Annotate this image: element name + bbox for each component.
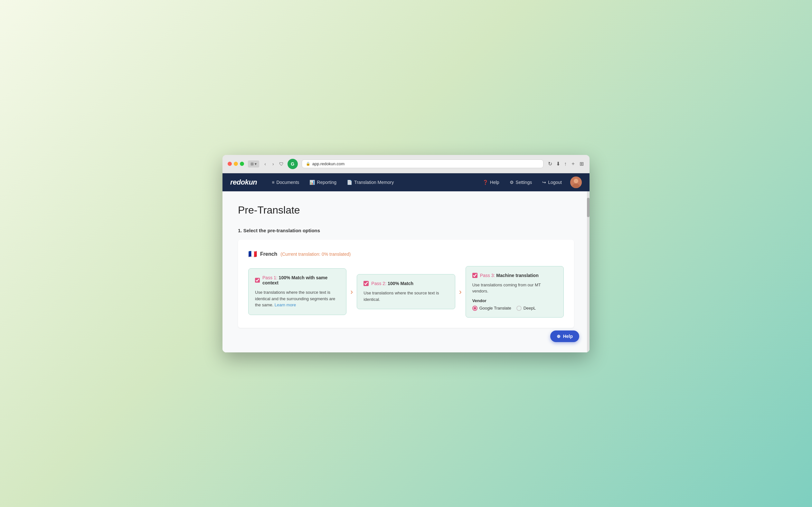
vendor-deepl-label: DeepL bbox=[523, 306, 536, 311]
nav-item-translation-memory[interactable]: 📄 Translation Memory bbox=[342, 177, 398, 187]
page-content: Pre-Translate 1. Select the pre-translat… bbox=[223, 191, 589, 352]
vendor-google-radio[interactable] bbox=[472, 306, 478, 311]
section-header: 1. Select the pre-translation options bbox=[238, 228, 574, 233]
pass-3-title: Pass 3: Machine translation bbox=[480, 273, 539, 278]
passes-grid: Pass 1: 100% Match with same context Use… bbox=[248, 266, 564, 318]
lock-icon: 🔒 bbox=[306, 162, 310, 166]
pass-1-checkbox[interactable] bbox=[255, 278, 260, 283]
pass-2-description: Use translations where the source text i… bbox=[364, 290, 448, 302]
help-fab-button[interactable]: ⊕ Help bbox=[550, 331, 579, 342]
pass-1-description: Use translations where the source text i… bbox=[255, 289, 340, 308]
pass-3-card: Pass 3: Machine translation Use translat… bbox=[465, 266, 564, 318]
help-fab-icon: ⊕ bbox=[557, 334, 561, 339]
vendor-label: Vendor bbox=[472, 298, 557, 303]
browser-actions: ↻ ⬇ ↑ ＋ ⊞ bbox=[547, 160, 584, 168]
maximize-button[interactable] bbox=[240, 162, 244, 166]
scrollbar[interactable] bbox=[587, 191, 589, 352]
nav-item-logout[interactable]: ↪ Logout bbox=[538, 177, 566, 187]
forward-button[interactable]: › bbox=[271, 161, 275, 167]
app-content: redokun ≡ Documents 📊 Reporting 📄 Transl… bbox=[223, 173, 589, 352]
vendor-section: Vendor Google Translate DeepL bbox=[472, 298, 557, 311]
nav-logo: redokun bbox=[230, 178, 257, 186]
svg-point-1 bbox=[574, 179, 578, 183]
pass-1-label-prefix: Pass 1: bbox=[262, 275, 279, 280]
share-button[interactable]: ↑ bbox=[563, 160, 567, 168]
pass-1-title: Pass 1: 100% Match with same context bbox=[262, 275, 340, 285]
shield-icon: 🛡 bbox=[279, 161, 284, 167]
reporting-label: Reporting bbox=[317, 180, 336, 185]
download-button[interactable]: ⬇ bbox=[555, 160, 561, 168]
back-button[interactable]: ‹ bbox=[263, 161, 267, 167]
pass-2-title: Pass 2: 100% Match bbox=[371, 281, 414, 286]
pass-2-checkbox[interactable] bbox=[364, 281, 369, 286]
learn-more-link[interactable]: Learn more bbox=[275, 302, 296, 307]
arrow-2: › bbox=[459, 287, 462, 296]
vendor-google-label: Google Translate bbox=[480, 306, 511, 311]
language-name: French bbox=[260, 251, 277, 257]
traffic-lights bbox=[228, 162, 244, 166]
logout-icon: ↪ bbox=[542, 180, 546, 185]
page-title: Pre-Translate bbox=[238, 204, 574, 216]
translation-memory-icon: 📄 bbox=[347, 180, 352, 185]
vendor-options: Google Translate DeepL bbox=[472, 306, 557, 311]
browser-window: ⊞ ▾ ‹ › 🛡 G 🔒 app.redokun.com ↻ ⬇ ↑ ＋ ⊞ … bbox=[223, 155, 589, 352]
refresh-button[interactable]: ↻ bbox=[547, 160, 553, 168]
language-header: 🇫🇷 French (Current translation: 0% trans… bbox=[248, 250, 564, 258]
reporting-icon: 📊 bbox=[309, 180, 315, 185]
pass-3-description: Use translations coming from our MT vend… bbox=[472, 282, 557, 294]
help-label: Help bbox=[490, 180, 499, 185]
user-avatar[interactable] bbox=[570, 176, 582, 188]
translation-memory-label: Translation Memory bbox=[354, 180, 394, 185]
language-flag: 🇫🇷 bbox=[248, 250, 257, 258]
settings-icon: ⚙ bbox=[510, 180, 514, 185]
pass-2-label-strong: 100% Match bbox=[388, 281, 414, 286]
nav-items: ≡ Documents 📊 Reporting 📄 Translation Me… bbox=[267, 177, 475, 187]
address-bar[interactable]: 🔒 app.redokun.com bbox=[302, 160, 544, 168]
pass-2-header: Pass 2: 100% Match bbox=[364, 281, 448, 286]
pass-2-card: Pass 2: 100% Match Use translations wher… bbox=[357, 274, 455, 309]
nav-item-documents[interactable]: ≡ Documents bbox=[267, 177, 304, 187]
url-text: app.redokun.com bbox=[312, 161, 345, 166]
help-fab-label: Help bbox=[563, 334, 573, 339]
help-icon: ❓ bbox=[483, 180, 488, 185]
logout-label: Logout bbox=[548, 180, 562, 185]
pass-1-card: Pass 1: 100% Match with same context Use… bbox=[248, 268, 347, 315]
vendor-deepl[interactable]: DeepL bbox=[516, 306, 536, 311]
pass-3-label-strong: Machine translation bbox=[496, 273, 538, 278]
sidebar-toggle-button[interactable]: ⊞ ▾ bbox=[248, 160, 259, 168]
browser-chrome: ⊞ ▾ ‹ › 🛡 G 🔒 app.redokun.com ↻ ⬇ ↑ ＋ ⊞ bbox=[223, 155, 589, 173]
close-button[interactable] bbox=[228, 162, 232, 166]
documents-icon: ≡ bbox=[272, 180, 274, 185]
settings-label: Settings bbox=[516, 180, 532, 185]
pass-3-checkbox[interactable] bbox=[472, 273, 478, 278]
nav-item-reporting[interactable]: 📊 Reporting bbox=[305, 177, 341, 187]
pass-3-label-prefix: Pass 3: bbox=[480, 273, 496, 278]
grammarly-icon: G bbox=[288, 159, 298, 169]
scrollbar-thumb[interactable] bbox=[587, 198, 589, 217]
new-tab-button[interactable]: ＋ bbox=[570, 160, 576, 168]
nav-item-help[interactable]: ❓ Help bbox=[478, 177, 504, 187]
main-nav: redokun ≡ Documents 📊 Reporting 📄 Transl… bbox=[223, 173, 589, 191]
pass-2-label-prefix: Pass 2: bbox=[371, 281, 388, 286]
pass-3-header: Pass 3: Machine translation bbox=[472, 273, 557, 278]
vendor-deepl-radio[interactable] bbox=[516, 306, 521, 311]
nav-item-settings[interactable]: ⚙ Settings bbox=[505, 177, 537, 187]
grid-view-button[interactable]: ⊞ bbox=[579, 160, 584, 168]
arrow-1: › bbox=[350, 287, 353, 296]
documents-label: Documents bbox=[276, 180, 299, 185]
passes-container: 🇫🇷 French (Current translation: 0% trans… bbox=[238, 240, 574, 328]
minimize-button[interactable] bbox=[234, 162, 238, 166]
translation-status: (Current translation: 0% translated) bbox=[280, 251, 351, 257]
pass-1-header: Pass 1: 100% Match with same context bbox=[255, 275, 340, 285]
vendor-google[interactable]: Google Translate bbox=[472, 306, 511, 311]
nav-right: ❓ Help ⚙ Settings ↪ Logout bbox=[478, 176, 582, 188]
